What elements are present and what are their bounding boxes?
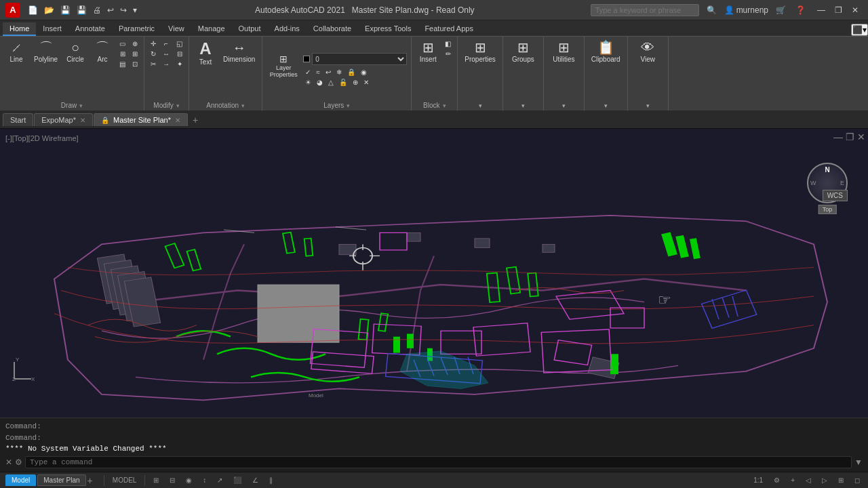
explode-button[interactable]: ✦ bbox=[174, 60, 184, 68]
ortho-button[interactable]: ◉ bbox=[183, 475, 195, 485]
modify-expand-arrow[interactable]: ▾ bbox=[176, 102, 180, 109]
redo-button[interactable]: ↪ bbox=[118, 4, 129, 16]
layer-unlock[interactable]: 🔓 bbox=[337, 78, 349, 87]
command-clear-button[interactable]: ✕ bbox=[5, 458, 12, 467]
workspace-dropdown[interactable]: ⬛▾ bbox=[851, 24, 868, 36]
zoom-in-button[interactable]: + bbox=[788, 475, 797, 485]
layer-thaw[interactable]: △ bbox=[326, 78, 336, 87]
viewport-config-button[interactable]: ⊞ bbox=[835, 475, 846, 485]
grid-display-button[interactable]: ⊞ bbox=[151, 475, 161, 485]
block-expand-arrow[interactable]: ▾ bbox=[443, 102, 446, 109]
stretch-button[interactable]: ↔ bbox=[161, 49, 172, 58]
top-view-button[interactable]: Top bbox=[818, 205, 837, 214]
draw-expand-arrow[interactable]: ▾ bbox=[79, 102, 83, 109]
layer-lock[interactable]: 🔒 bbox=[345, 68, 357, 77]
tab-master-site-plan[interactable]: 🔒 Master Site Plan* ✕ bbox=[94, 113, 188, 126]
search-input[interactable] bbox=[591, 4, 699, 16]
tab-manage[interactable]: Manage bbox=[191, 22, 232, 36]
tab-expomap-close[interactable]: ✕ bbox=[80, 117, 85, 124]
move-button[interactable]: ✛ bbox=[149, 39, 158, 48]
text-button[interactable]: A Text bbox=[193, 39, 218, 67]
tab-featured-apps[interactable]: Featured Apps bbox=[418, 22, 480, 36]
restore-button[interactable]: ❐ bbox=[831, 4, 846, 16]
layers-expand-arrow[interactable]: ▾ bbox=[347, 102, 350, 109]
hatch-button[interactable]: ⊞ bbox=[117, 49, 127, 58]
add-layout-button[interactable]: + bbox=[87, 474, 93, 486]
tab-parametric[interactable]: Parametric bbox=[112, 22, 161, 36]
arc-button[interactable]: ⌒ Arc bbox=[90, 39, 115, 64]
autodesk-account-button[interactable]: 🛒 bbox=[774, 4, 788, 16]
array-button[interactable]: ⊡ bbox=[130, 60, 140, 68]
drawing-viewport[interactable]: Model [-][Top][2D Wireframe] — ❐ ✕ N S E… bbox=[0, 129, 868, 418]
viewport-close-button[interactable]: ✕ bbox=[857, 131, 865, 142]
close-button[interactable]: ✕ bbox=[848, 4, 863, 16]
layer-merge[interactable]: ⊕ bbox=[351, 78, 360, 87]
command-options-button[interactable]: ⚙ bbox=[15, 458, 22, 467]
groups-button[interactable]: ⊞ Groups bbox=[509, 39, 537, 64]
tab-view[interactable]: View bbox=[161, 22, 191, 36]
wcs-button[interactable]: WCS bbox=[823, 190, 848, 201]
tab-annotate[interactable]: Annotate bbox=[68, 22, 112, 36]
new-tab-button[interactable]: + bbox=[189, 113, 202, 127]
properties-button[interactable]: ⊞ Properties bbox=[462, 39, 498, 64]
otrack-button[interactable]: ⬛ bbox=[231, 475, 244, 485]
edit-block-button[interactable]: ✏ bbox=[443, 49, 453, 58]
layer-properties-button[interactable]: ⊞ LayerProperties bbox=[267, 53, 300, 80]
undo-button[interactable]: ↩ bbox=[105, 4, 116, 16]
tab-start[interactable]: Start bbox=[3, 113, 33, 126]
osnap-button[interactable]: ↗ bbox=[214, 475, 225, 485]
tab-addins[interactable]: Add-ins bbox=[268, 22, 307, 36]
layer-off[interactable]: ☀ bbox=[303, 78, 313, 87]
layer-match[interactable]: ≈ bbox=[314, 68, 322, 77]
qa-dropdown[interactable]: ▾ bbox=[131, 4, 139, 16]
settings-button[interactable]: ⚙ bbox=[771, 475, 783, 485]
view-button[interactable]: 👁 View bbox=[635, 39, 660, 64]
command-input[interactable] bbox=[25, 456, 852, 468]
layer-freeze[interactable]: ❄ bbox=[334, 68, 344, 77]
tab-express-tools[interactable]: Express Tools bbox=[358, 22, 418, 36]
model-tab[interactable]: Model bbox=[5, 474, 36, 486]
command-scroll-button[interactable]: ▼ bbox=[854, 458, 863, 467]
tab-collaborate[interactable]: Collaborate bbox=[307, 22, 358, 36]
layer-make-current[interactable]: ✓ bbox=[303, 68, 313, 77]
layer-previous[interactable]: ↩ bbox=[323, 68, 333, 77]
tab-insert[interactable]: Insert bbox=[36, 22, 68, 36]
mirror-button[interactable]: ⊞ bbox=[130, 49, 140, 58]
rectangle-button[interactable]: ▭ bbox=[117, 39, 127, 48]
layer-on[interactable]: ◕ bbox=[315, 78, 325, 87]
plan-tab[interactable]: Master Plan bbox=[37, 474, 85, 486]
offset-button[interactable]: ⊟ bbox=[174, 49, 184, 58]
snap-button[interactable]: ⊟ bbox=[167, 475, 178, 485]
create-block-button[interactable]: ◧ bbox=[443, 39, 453, 48]
fillet-button[interactable]: ⌐ bbox=[161, 39, 172, 48]
line-button[interactable]: ⟋ Line bbox=[4, 39, 28, 64]
layer-isolate[interactable]: ◉ bbox=[359, 68, 369, 77]
tab-master-close[interactable]: ✕ bbox=[175, 117, 180, 124]
utilities-button[interactable]: ⊞ Utilities bbox=[550, 39, 577, 64]
help-button[interactable]: ❓ bbox=[793, 4, 808, 16]
viewport-minimize-button[interactable]: — bbox=[833, 131, 843, 142]
circle-button[interactable]: ○ Circle bbox=[63, 39, 87, 64]
scale-button[interactable]: ◱ bbox=[174, 39, 184, 48]
gradient-button[interactable]: ▤ bbox=[117, 60, 127, 68]
open-button[interactable]: 📂 bbox=[42, 4, 56, 16]
layer-delete[interactable]: ✕ bbox=[361, 78, 371, 87]
viewport-restore-button[interactable]: ❐ bbox=[846, 131, 854, 142]
extend-button[interactable]: → bbox=[161, 60, 172, 68]
save-button[interactable]: 💾 bbox=[58, 4, 73, 16]
polyline-button[interactable]: ⌒ Polyline bbox=[31, 39, 60, 64]
annotation-expand-arrow[interactable]: ▾ bbox=[241, 102, 245, 109]
tab-home[interactable]: Home bbox=[3, 22, 36, 36]
search-button[interactable]: 🔍 bbox=[705, 4, 719, 16]
clipboard-button[interactable]: 📋 Clipboard bbox=[589, 39, 623, 64]
transparency-button[interactable]: ∥ bbox=[267, 475, 275, 485]
dimension-button[interactable]: ↔ Dimension bbox=[220, 39, 258, 64]
new-button[interactable]: 📄 bbox=[26, 4, 40, 16]
workspace-button[interactable]: ◻ bbox=[852, 475, 863, 485]
tab-output[interactable]: Output bbox=[232, 22, 268, 36]
minimize-button[interactable]: — bbox=[813, 4, 829, 16]
trim-button[interactable]: ✂ bbox=[149, 60, 158, 68]
insert-block-button[interactable]: ⊞ Insert bbox=[416, 39, 440, 64]
polar-button[interactable]: ↕ bbox=[200, 475, 209, 485]
pan-right-button[interactable]: ▷ bbox=[819, 475, 830, 485]
